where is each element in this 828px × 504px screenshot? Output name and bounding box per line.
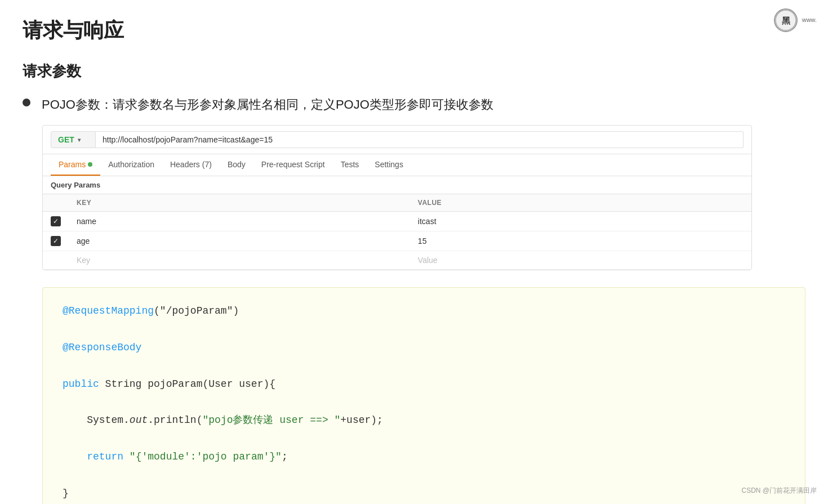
tab-body[interactable]: Body (220, 154, 253, 176)
watermark-logo-area: 黑 www. (774, 8, 817, 32)
tab-prerequest[interactable]: Pre-request Script (253, 154, 333, 176)
watermark-text: www. (802, 16, 817, 24)
method-selector[interactable]: GET ▾ (51, 131, 96, 148)
page-title: 请求与响应 (23, 17, 805, 44)
tab-prerequest-label: Pre-request Script (261, 160, 325, 169)
tab-params[interactable]: Params (51, 154, 100, 176)
bottom-watermark: CSDN @门前花开满田岸 (741, 486, 817, 496)
checkbox-cell-2: ✓ (43, 231, 69, 251)
url-bar: GET ▾ (43, 126, 751, 154)
table-row: ✓ age 15 (43, 231, 751, 251)
code-line-6: } (63, 484, 785, 502)
code-line-blank-3 (63, 393, 785, 411)
tab-authorization-label: Authorization (108, 160, 154, 169)
key-cell-age: age (69, 231, 410, 251)
checkbox-cell-empty (43, 251, 69, 270)
value-cell-empty[interactable]: Value (410, 251, 751, 270)
method-label: GET (58, 135, 74, 144)
value-cell-name: itcast (410, 212, 751, 231)
code-line-4: System.out.println("pojo参数传递 user ==> "+… (63, 411, 785, 429)
col-check-header (43, 194, 69, 212)
checkbox-age[interactable]: ✓ (51, 236, 61, 246)
value-placeholder: Value (418, 256, 438, 265)
key-cell-name: name (69, 212, 410, 231)
tab-tests[interactable]: Tests (333, 154, 367, 176)
code-line-blank-4 (63, 430, 785, 448)
value-cell-age: 15 (410, 231, 751, 251)
code-line-2: @ResponseBody (63, 338, 785, 356)
query-params-label: Query Params (43, 176, 751, 194)
section-title: 请求参数 (23, 61, 805, 81)
postman-panel: GET ▾ Params Authorization Headers (7) B… (42, 125, 752, 270)
code-line-blank-1 (63, 320, 785, 338)
tab-headers[interactable]: Headers (7) (162, 154, 220, 176)
postman-tabs: Params Authorization Headers (7) Body Pr… (43, 154, 751, 176)
svg-text:黑: 黑 (781, 16, 790, 25)
dropdown-icon: ▾ (78, 137, 81, 143)
col-key-header: KEY (69, 194, 410, 212)
code-line-1: @RequestMapping("/pojoParam") (63, 302, 785, 320)
tab-headers-label: Headers (7) (170, 160, 212, 169)
bullet-item: POJO参数：请求参数名与形参对象属性名相同，定义POJO类型形参即可接收参数 (23, 95, 805, 114)
tab-params-label: Params (59, 160, 86, 169)
params-table: KEY VALUE ✓ name itcast (43, 194, 751, 270)
code-line-5: return "{'module':'pojo param'}"; (63, 448, 785, 466)
tab-settings-label: Settings (375, 160, 403, 169)
bullet-text: POJO参数：请求参数名与形参对象属性名相同，定义POJO类型形参即可接收参数 (42, 95, 493, 114)
code-line-blank-2 (63, 356, 785, 374)
tab-body-label: Body (228, 160, 246, 169)
code-annotation-responsebody: @ResponseBody (63, 342, 141, 353)
code-block: @RequestMapping("/pojoParam") @ResponseB… (42, 287, 805, 504)
tab-params-dot (88, 162, 92, 167)
key-cell-empty[interactable]: Key (69, 251, 410, 270)
tab-authorization[interactable]: Authorization (100, 154, 162, 176)
code-line-blank-5 (63, 466, 785, 484)
col-value-header: VALUE (410, 194, 751, 212)
table-row: ✓ name itcast (43, 212, 751, 231)
key-placeholder: Key (77, 256, 90, 265)
logo-icon: 黑 (774, 8, 798, 32)
code-annotation-requestmapping: @RequestMapping (63, 305, 154, 316)
bullet-dot (23, 99, 30, 106)
checkbox-cell-1: ✓ (43, 212, 69, 231)
table-row-empty: Key Value (43, 251, 751, 270)
url-input[interactable] (96, 131, 744, 148)
tab-tests-label: Tests (341, 160, 359, 169)
checkbox-name[interactable]: ✓ (51, 216, 61, 226)
tab-settings[interactable]: Settings (367, 154, 411, 176)
code-line-3: public String pojoParam(User user){ (63, 375, 785, 393)
